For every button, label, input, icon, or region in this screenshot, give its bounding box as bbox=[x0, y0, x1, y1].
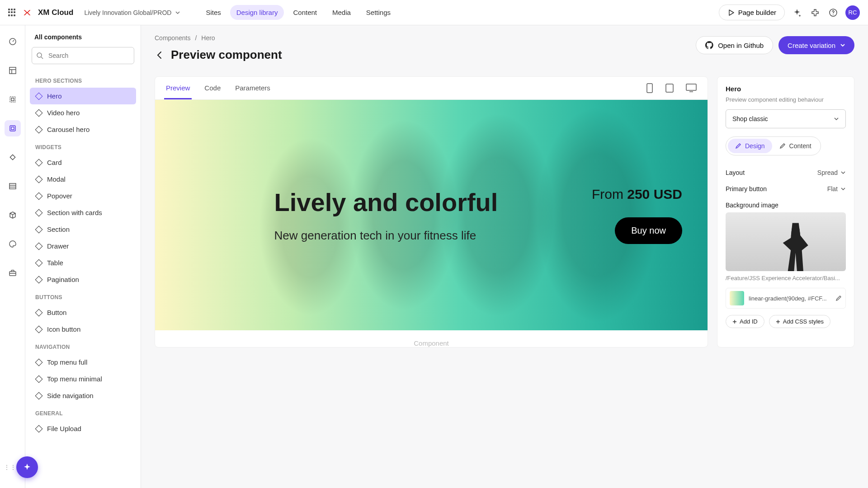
plus-icon bbox=[776, 319, 780, 324]
chevron-down-icon bbox=[834, 116, 839, 122]
hero-cta-button[interactable]: Buy now bbox=[615, 217, 682, 244]
apps-grid-icon[interactable] bbox=[8, 9, 16, 17]
toggle-content[interactable]: Content bbox=[772, 139, 819, 153]
extension-icon[interactable] bbox=[809, 7, 821, 19]
tab-parameters[interactable]: Parameters bbox=[233, 77, 272, 99]
add-id-button[interactable]: Add ID bbox=[726, 315, 764, 328]
xm-cloud-logo-icon bbox=[23, 8, 32, 17]
nav-sites[interactable]: Sites bbox=[199, 5, 227, 20]
nav-media[interactable]: Media bbox=[326, 5, 357, 20]
rail-toolbox[interactable] bbox=[5, 265, 21, 281]
sidebar-item-button[interactable]: Button bbox=[30, 304, 136, 321]
bg-thumbnail[interactable] bbox=[726, 212, 846, 271]
prop-primary-button: Primary button Flat bbox=[726, 181, 846, 197]
sidebar-item-label: Card bbox=[47, 159, 62, 166]
sparkle-icon[interactable] bbox=[791, 7, 803, 19]
sidebar-item-table[interactable]: Table bbox=[30, 254, 136, 271]
rail-list[interactable] bbox=[5, 178, 21, 194]
rail-components[interactable] bbox=[5, 120, 21, 136]
sidebar-item-top-menu-minimal[interactable]: Top menu minimal bbox=[30, 371, 136, 387]
rail-package[interactable] bbox=[5, 207, 21, 223]
sidebar-item-hero[interactable]: Hero bbox=[30, 88, 136, 104]
sidebar-item-popover[interactable]: Popover bbox=[30, 188, 136, 204]
sidebar-item-label: Hero bbox=[47, 92, 62, 100]
avatar[interactable]: RC bbox=[845, 5, 860, 20]
sidebar-item-video-hero[interactable]: Video hero bbox=[30, 104, 136, 121]
search-wrapper bbox=[32, 47, 134, 64]
edit-gradient-icon[interactable] bbox=[835, 295, 842, 301]
nav-design-library[interactable]: Design library bbox=[230, 5, 284, 20]
prop-layout-value[interactable]: Spread bbox=[817, 169, 846, 176]
device-tablet-icon[interactable] bbox=[663, 81, 676, 95]
svg-rect-6 bbox=[11, 127, 14, 130]
toggle-content-label: Content bbox=[789, 142, 811, 150]
brand-name: XM Cloud bbox=[38, 8, 73, 17]
sidebar-item-modal[interactable]: Modal bbox=[30, 171, 136, 188]
open-github-button[interactable]: Open in Github bbox=[696, 36, 773, 54]
ai-fab-button[interactable] bbox=[16, 456, 38, 478]
diamond-icon bbox=[35, 175, 43, 183]
sidebar-item-label: Table bbox=[47, 259, 63, 267]
project-selector[interactable]: Lively Innovation Global/PROD bbox=[84, 9, 180, 16]
variation-value: Shop classic bbox=[732, 115, 768, 122]
create-variation-button[interactable]: Create variation bbox=[778, 36, 854, 54]
group-navigation: NAVIGATION bbox=[30, 338, 136, 354]
crumb-hero[interactable]: Hero bbox=[201, 34, 215, 42]
sidebar-item-carousel-hero[interactable]: Carousel hero bbox=[30, 121, 136, 138]
nav-settings[interactable]: Settings bbox=[360, 5, 397, 20]
diamond-icon bbox=[35, 109, 43, 117]
device-mobile-icon[interactable] bbox=[644, 81, 655, 95]
sidebar-item-file-upload[interactable]: File Upload bbox=[30, 420, 136, 437]
pen-icon bbox=[779, 143, 786, 149]
sidebar-item-side-navigation[interactable]: Side navigation bbox=[30, 387, 136, 404]
add-css-button[interactable]: Add CSS styles bbox=[769, 315, 830, 328]
chevron-down-icon bbox=[840, 170, 846, 175]
group-general: GENERAL bbox=[30, 404, 136, 420]
crumb-components[interactable]: Components bbox=[155, 34, 190, 42]
sidebar-item-section-cards[interactable]: Section with cards bbox=[30, 204, 136, 221]
toggle-design[interactable]: Design bbox=[728, 139, 772, 153]
page-builder-button[interactable]: Page builder bbox=[719, 5, 785, 20]
design-content-toggle: Design Content bbox=[726, 136, 821, 155]
topbar: XM Cloud Lively Innovation Global/PROD S… bbox=[0, 0, 868, 25]
sidebar-item-label: Side navigation bbox=[47, 392, 94, 399]
variation-select[interactable]: Shop classic bbox=[726, 109, 846, 128]
svg-rect-5 bbox=[10, 126, 15, 131]
sidebar-item-drawer[interactable]: Drawer bbox=[30, 238, 136, 254]
sidebar-item-card[interactable]: Card bbox=[30, 154, 136, 171]
svg-point-10 bbox=[37, 53, 42, 57]
tab-preview[interactable]: Preview bbox=[164, 77, 192, 99]
sidebar-item-section[interactable]: Section bbox=[30, 221, 136, 238]
preview-canvas: Preview Code Parameters Lively and color… bbox=[155, 76, 708, 347]
nav-content[interactable]: Content bbox=[287, 5, 323, 20]
rail-dashboard[interactable] bbox=[5, 33, 21, 50]
search-input[interactable] bbox=[32, 47, 134, 64]
price-value: 250 USD bbox=[627, 187, 682, 202]
rail-palette[interactable] bbox=[5, 236, 21, 252]
svg-rect-4 bbox=[11, 98, 14, 101]
prop-layout: Layout Spread bbox=[726, 164, 846, 181]
rail-frame[interactable] bbox=[5, 91, 21, 108]
component-badge: Component bbox=[155, 339, 708, 347]
hero-headline: Lively and colorful bbox=[274, 188, 498, 217]
sidebar-item-pagination[interactable]: Pagination bbox=[30, 271, 136, 288]
svg-rect-2 bbox=[9, 67, 16, 74]
help-icon[interactable] bbox=[827, 7, 839, 19]
rail-diamond[interactable] bbox=[5, 149, 21, 165]
prop-primary-button-value[interactable]: Flat bbox=[827, 185, 846, 192]
chevron-down-icon bbox=[840, 186, 846, 192]
toggle-design-label: Design bbox=[745, 142, 765, 150]
sidebar-item-icon-button[interactable]: Icon button bbox=[30, 321, 136, 338]
device-desktop-icon[interactable] bbox=[684, 81, 698, 95]
sidebar-item-top-menu-full[interactable]: Top menu full bbox=[30, 354, 136, 371]
back-arrow-icon[interactable] bbox=[155, 50, 165, 60]
gradient-value: linear-gradient(90deg, #FCF... bbox=[749, 295, 831, 302]
props-title: Hero bbox=[726, 85, 846, 93]
plus-icon bbox=[732, 319, 737, 324]
tab-code[interactable]: Code bbox=[203, 77, 222, 99]
diamond-icon bbox=[35, 126, 43, 133]
gradient-row: linear-gradient(90deg, #FCF... bbox=[726, 288, 846, 309]
drag-handle-icon[interactable]: ⋮⋮ bbox=[4, 464, 16, 471]
device-switcher bbox=[644, 81, 698, 95]
rail-layout[interactable] bbox=[5, 62, 21, 79]
